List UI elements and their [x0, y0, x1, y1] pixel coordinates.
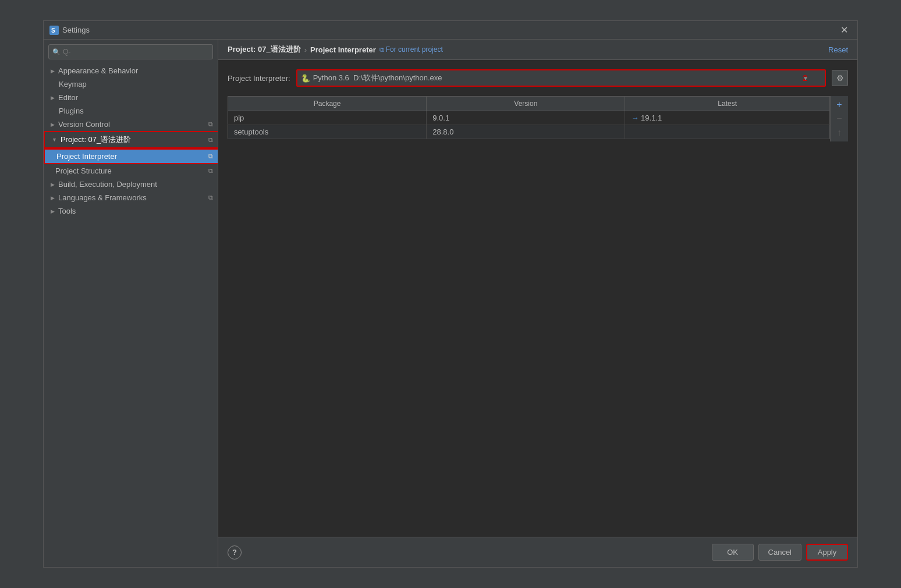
window-title: Settings [62, 26, 837, 34]
sidebar-item-editor[interactable]: ▶ Editor [44, 91, 218, 104]
search-input[interactable] [63, 48, 209, 56]
for-current-label: For current project [386, 45, 443, 54]
for-current-project-link[interactable]: ⧉ For current project [379, 45, 443, 54]
col-package: Package [228, 97, 427, 111]
chevron-right-icon: ▶ [51, 195, 55, 201]
search-box[interactable]: 🔍 [48, 44, 213, 59]
interpreter-select-wrapper: 🐍 Python 3.6 D:\软件\python\python.exe 2 ▼ [296, 69, 826, 87]
sidebar-item-label: Tools [58, 207, 76, 215]
col-latest: Latest [625, 97, 830, 111]
apply-button[interactable]: Apply [806, 544, 848, 561]
col-version: Version [427, 97, 625, 111]
remove-package-button[interactable]: − [833, 112, 846, 125]
side-actions: + − ↑ [830, 96, 848, 141]
copy-icon: ⧉ [208, 153, 213, 160]
sidebar-item-label: Version Control [58, 120, 110, 129]
ok-button[interactable]: OK [712, 544, 754, 561]
python-icon: 🐍 [301, 74, 310, 83]
sidebar-item-label: Plugins [51, 107, 84, 115]
up-button[interactable]: ↑ [833, 126, 846, 139]
table-row[interactable]: pip 9.0.1 → 19.1.1 [228, 111, 830, 125]
table-wrapper: Package Version Latest pip 9.0.1 [228, 96, 830, 141]
sidebar-item-plugins[interactable]: Plugins [44, 104, 218, 118]
package-table: Package Version Latest pip 9.0.1 [228, 96, 830, 139]
package-name: pip [228, 111, 427, 125]
sidebar-item-appearance[interactable]: ▶ Appearance & Behavior [44, 64, 218, 77]
panel-content: Project Interpreter: 🐍 Python 3.6 D:\软件\… [218, 60, 857, 537]
package-name: setuptools [228, 125, 427, 139]
copy-icon: ⧉ [208, 121, 213, 128]
copy-icon: ⧉ [208, 136, 213, 144]
title-bar: S Settings ✕ [44, 21, 857, 40]
interpreter-label: Project Interpreter: [228, 74, 290, 83]
package-latest: → 19.1.1 [625, 111, 830, 125]
update-arrow-icon: → [631, 114, 638, 122]
table-area: Package Version Latest pip 9.0.1 [228, 96, 848, 141]
copy-icon: ⧉ [208, 167, 213, 175]
chevron-right-icon: ▶ [51, 122, 55, 127]
sidebar-item-label: Languages & Frameworks [58, 193, 147, 202]
chevron-right-icon: ▶ [51, 68, 55, 74]
chevron-right-icon: ▶ [51, 208, 55, 214]
breadcrumb: Project: 07_语法进阶 › Project Interpreter ⧉… [218, 40, 857, 60]
sidebar-item-tools[interactable]: ▶ Tools [44, 204, 218, 218]
add-package-button[interactable]: + [833, 98, 846, 111]
bottom-bar: ? OK Cancel Apply [218, 537, 857, 567]
chevron-right-icon: ▶ [51, 182, 55, 187]
interpreter-gear-button[interactable]: ⚙ [832, 70, 848, 86]
sidebar-item-label: Project Interpreter [56, 152, 117, 161]
table-row[interactable]: setuptools 28.8.0 [228, 125, 830, 139]
sidebar-item-label: Project Structure [55, 167, 112, 175]
sidebar-item-label: Project: 07_语法进阶 [61, 134, 131, 145]
breadcrumb-separator: › [304, 45, 307, 54]
package-version: 9.0.1 [427, 111, 625, 125]
interpreter-value-text: Python 3.6 D:\软件\python\python.exe [313, 73, 442, 83]
sidebar-item-build-execution[interactable]: ▶ Build, Execution, Deployment [44, 178, 218, 191]
interpreter-value-display: 🐍 Python 3.6 D:\软件\python\python.exe 2 [297, 70, 825, 86]
close-button[interactable]: ✕ [837, 23, 852, 37]
sidebar-item-languages[interactable]: ▶ Languages & Frameworks ⧉ [44, 191, 218, 204]
package-latest-value: 19.1.1 [641, 114, 662, 122]
package-version: 28.8.0 [427, 125, 625, 139]
app-icon: S [49, 26, 59, 35]
chevron-down-icon: ▼ [52, 137, 57, 143]
help-button[interactable]: ? [228, 546, 242, 559]
sidebar: 🔍 ▶ Appearance & Behavior Keymap ▶ Edito… [44, 40, 218, 567]
sidebar-item-project-interpreter[interactable]: Project Interpreter ⧉ [44, 148, 218, 164]
sidebar-item-keymap[interactable]: Keymap [44, 77, 218, 91]
breadcrumb-page: Project Interpreter [310, 45, 376, 54]
sidebar-item-label: Build, Execution, Deployment [58, 180, 157, 189]
reset-link[interactable]: Reset [828, 45, 848, 54]
sidebar-item-label: Editor [58, 93, 78, 102]
apply-label: Apply [818, 548, 837, 557]
sidebar-item-project[interactable]: ▼ Project: 07_语法进阶 ⧉ [44, 131, 218, 148]
svg-text:S: S [51, 27, 55, 34]
copy-icon: ⧉ [208, 194, 213, 201]
settings-dialog: S Settings ✕ 🔍 ▶ Appearance & Behavior K… [43, 20, 858, 568]
interpreter-row: Project Interpreter: 🐍 Python 3.6 D:\软件\… [228, 69, 848, 87]
chevron-right-icon: ▶ [51, 95, 55, 101]
package-latest [625, 125, 830, 139]
main-content: 🔍 ▶ Appearance & Behavior Keymap ▶ Edito… [44, 40, 857, 567]
search-icon: 🔍 [52, 48, 61, 56]
interpreter-num-label: 2 [803, 73, 807, 83]
right-panel: Project: 07_语法进阶 › Project Interpreter ⧉… [218, 40, 857, 567]
sidebar-item-project-structure[interactable]: Project Structure ⧉ [44, 164, 218, 178]
breadcrumb-project: Project: 07_语法进阶 [228, 44, 301, 55]
sidebar-item-label: Keymap [51, 80, 87, 88]
sidebar-item-version-control[interactable]: ▶ Version Control ⧉ [44, 118, 218, 131]
dialog-buttons: OK Cancel Apply [712, 544, 848, 561]
sidebar-item-label: Appearance & Behavior [58, 66, 138, 75]
cancel-button[interactable]: Cancel [758, 544, 801, 561]
